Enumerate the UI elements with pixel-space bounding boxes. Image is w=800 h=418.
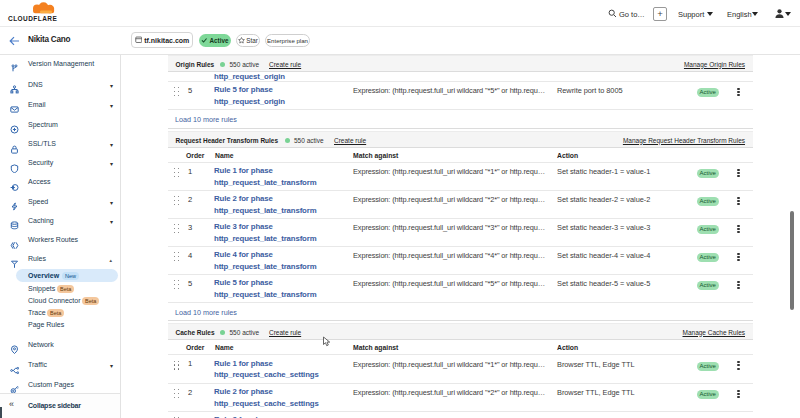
svg-text:CLOUDFLARE: CLOUDFLARE — [8, 15, 57, 22]
